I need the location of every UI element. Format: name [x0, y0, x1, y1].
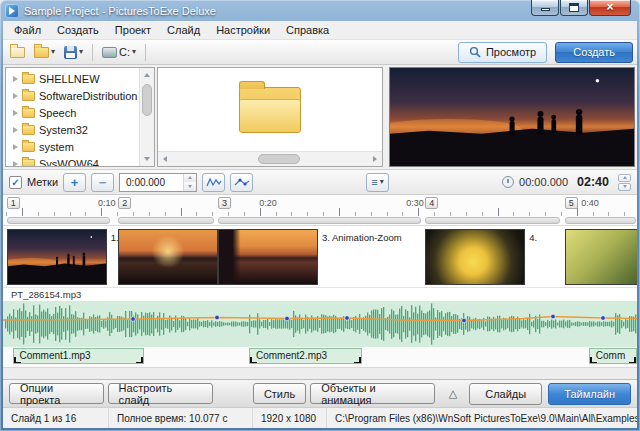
scroll-right-button[interactable] [368, 152, 382, 166]
scroll-thumb[interactable] [258, 154, 300, 164]
scroll-thumb[interactable] [142, 84, 152, 116]
style-button[interactable]: Стиль [253, 383, 306, 404]
tree-item-softwaredistribution[interactable]: SoftwareDistribution [6, 87, 139, 104]
drive-selector[interactable]: C: ▾ [99, 42, 139, 63]
tab-label: Таймлайн [564, 388, 615, 400]
expand-arrow-icon[interactable] [13, 110, 18, 116]
create-button[interactable]: Создать [555, 42, 633, 63]
slide-marker-1[interactable]: 1 [7, 197, 20, 209]
slide-marker-3[interactable]: 3 [218, 197, 231, 209]
menu-help[interactable]: Справка [278, 22, 337, 38]
objects-animation-button[interactable]: Объекты и анимация [310, 383, 435, 404]
tree-item-system32[interactable]: System32 [6, 121, 139, 138]
slide-thumbnail-1[interactable]: 1. Op [7, 229, 107, 285]
slide-thumbnail-5[interactable] [565, 229, 637, 285]
close-button[interactable]: × [589, 0, 631, 16]
tree-item-label: SysWOW64 [39, 158, 99, 167]
new-project-button[interactable] [7, 42, 28, 63]
open-project-button[interactable]: ▾ [31, 42, 58, 63]
dropdown-arrow-icon: ▾ [79, 48, 83, 56]
drive-icon [102, 47, 117, 58]
tree-item-syswow64[interactable]: SysWOW64 [6, 155, 139, 166]
slide-duration-bar-4[interactable] [425, 217, 560, 224]
folder-thumbnail-icon[interactable] [239, 87, 301, 133]
slide-duration-bar-1[interactable] [7, 217, 110, 224]
preview-button[interactable]: Просмотр [458, 42, 547, 63]
new-folder-icon [10, 47, 25, 58]
audio-waveform-track[interactable] [3, 301, 637, 347]
maximize-button[interactable] [560, 0, 588, 16]
tab-slides[interactable]: Слайды [469, 383, 542, 405]
tree-item-speech[interactable]: Speech [6, 104, 139, 121]
menu-slide[interactable]: Слайд [159, 22, 208, 38]
timeline-ruler[interactable]: 1 2 3 4 5 0:10 0:20 0:30 0:40 [3, 195, 637, 226]
waveform-view-button[interactable] [202, 173, 225, 192]
scroll-down-button[interactable] [140, 152, 154, 166]
timeline-toolbar: ✓ Метки + − 0:00.000 ≡▾ 00:00.000 02:40 [3, 169, 637, 195]
menu-project[interactable]: Проект [107, 22, 159, 38]
status-project-path: C:\Program Files (x86)\WnSoft PicturesTo… [327, 408, 637, 428]
scroll-track[interactable] [140, 82, 154, 152]
menu-settings[interactable]: Настройки [208, 22, 278, 38]
collapse-panel-button[interactable]: △ [443, 387, 463, 400]
audio-clip-comment1[interactable]: Comment1.mp3 [13, 348, 145, 364]
slide-marker-2[interactable]: 2 [118, 197, 131, 209]
timeline-menu-button[interactable]: ≡▾ [366, 173, 389, 192]
time-spinbox[interactable]: 0:00.000 [119, 173, 197, 192]
scroll-left-button[interactable] [158, 152, 172, 166]
titlebar[interactable]: Sample Project - PicturesToExe Deluxe × [3, 0, 637, 21]
file-list[interactable] [158, 68, 382, 151]
slide-thumbnail-2[interactable]: 2. [118, 229, 218, 285]
audio-clip-comment2[interactable]: Comment2.mp3 [249, 348, 362, 364]
menu-file[interactable]: Файл [6, 22, 49, 38]
slide-duration-bar-5[interactable] [565, 217, 636, 224]
slide-thumbnail-4[interactable]: 4. [425, 229, 525, 285]
panel-down-button[interactable] [618, 183, 631, 191]
expand-arrow-icon[interactable] [13, 144, 18, 150]
audio-track-header: PT_286154.mp3 [3, 288, 637, 301]
file-horizontal-scrollbar[interactable] [158, 151, 382, 166]
slide-duration-bar-3[interactable] [218, 217, 421, 224]
browser-panels: SHELLNEW SoftwareDistribution Speech Sys… [3, 65, 637, 169]
minimize-button[interactable] [531, 0, 559, 16]
save-button[interactable]: ▾ [61, 42, 86, 63]
tree-item-shellnew[interactable]: SHELLNEW [6, 70, 139, 87]
slide-preview-panel [389, 67, 635, 167]
project-options-button[interactable]: Опции проекта [9, 383, 104, 404]
menu-create[interactable]: Создать [49, 22, 107, 38]
expand-arrow-icon[interactable] [13, 127, 18, 133]
spinner-arrows[interactable] [183, 174, 196, 191]
folder-tree: SHELLNEW SoftwareDistribution Speech Sys… [6, 68, 139, 166]
tree-vertical-scrollbar[interactable] [139, 68, 154, 166]
envelope-button[interactable] [230, 173, 253, 192]
spin-up-button[interactable] [184, 174, 196, 183]
panel-up-button[interactable] [618, 174, 631, 182]
customize-slide-button[interactable]: Настроить слайд [108, 383, 213, 404]
slide-duration-bar-2[interactable] [118, 217, 214, 224]
scroll-up-button[interactable] [140, 68, 154, 82]
timeline-scroll-area[interactable] [3, 367, 637, 379]
maximize-icon [569, 3, 579, 12]
slide-3-label: 3. Animation-Zoom [322, 232, 402, 243]
tree-item-system[interactable]: system [6, 138, 139, 155]
slide-marker-4[interactable]: 4 [425, 197, 438, 209]
slide-thumbnail-3[interactable]: 3. Animation-Zoom [218, 229, 318, 285]
expand-arrow-icon[interactable] [13, 76, 18, 82]
plus-icon: + [71, 176, 79, 189]
main-toolbar: ▾ ▾ C: ▾ Просмотр Создать [3, 40, 637, 65]
remove-point-button[interactable]: − [91, 173, 114, 192]
add-point-button[interactable]: + [63, 173, 86, 192]
slide-marker-5[interactable]: 5 [565, 197, 578, 209]
scroll-track[interactable] [172, 152, 368, 166]
audio-clip-comment3[interactable]: Comm [589, 348, 637, 364]
tab-timeline[interactable]: Таймлайн [548, 383, 631, 405]
audio-waveform-svg[interactable] [3, 301, 637, 347]
marks-checkbox[interactable]: ✓ [9, 176, 22, 189]
spin-down-button[interactable] [184, 182, 196, 191]
expand-arrow-icon[interactable] [13, 93, 18, 99]
slide-3-image [218, 229, 318, 285]
expand-arrow-icon[interactable] [13, 161, 18, 167]
clip-label: Comment1.mp3 [20, 350, 91, 361]
clip-label: Comm [596, 350, 625, 361]
folder-icon [22, 91, 35, 101]
